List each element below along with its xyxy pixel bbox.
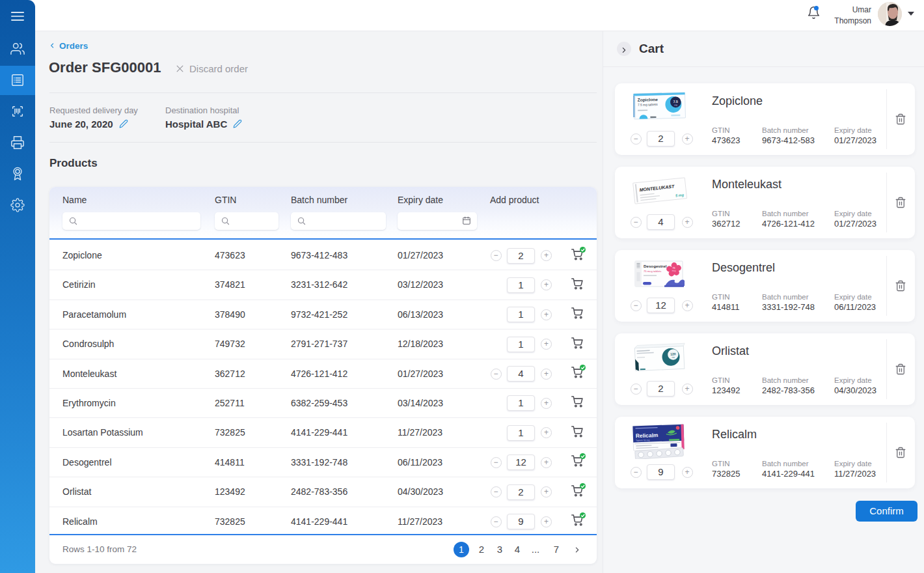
svg-text:Tablets 50 mg: Tablets 50 mg (636, 439, 649, 442)
svg-text:Desogestrel: Desogestrel (644, 264, 667, 268)
svg-text:7.5: 7.5 (673, 100, 677, 104)
svg-text:7.5 mg tablets: 7.5 mg tablets (637, 103, 657, 107)
svg-text:75 mcg tablets: 75 mcg tablets (644, 270, 661, 273)
svg-text:Relicalm: Relicalm (635, 432, 658, 439)
svg-text:mg: mg (672, 356, 675, 358)
svg-text:mcg: mcg (672, 270, 675, 272)
svg-text:mg: mg (674, 104, 677, 106)
